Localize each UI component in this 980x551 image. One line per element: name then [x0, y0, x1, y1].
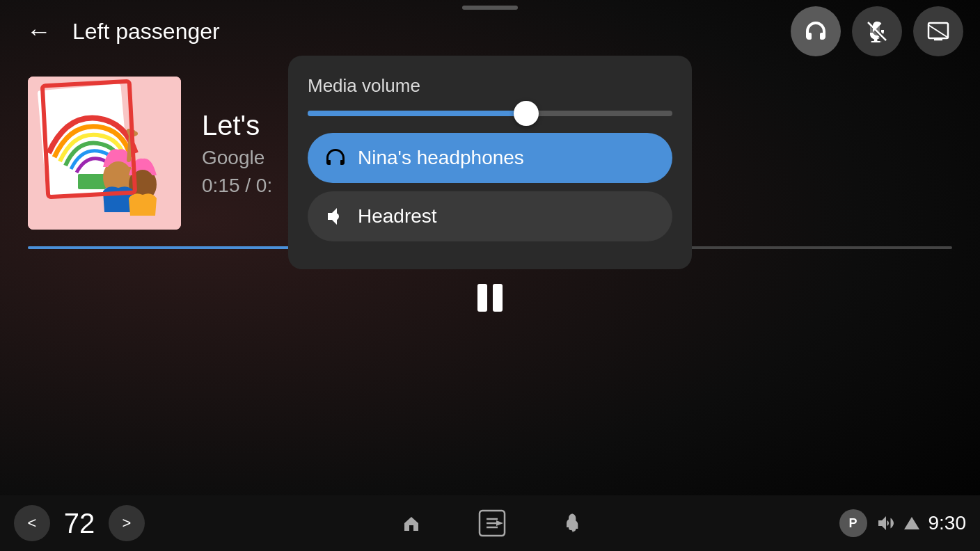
volume-slider-fill	[308, 111, 526, 116]
volume-icon	[876, 513, 895, 533]
volume-slider-track	[308, 111, 672, 116]
svg-rect-6	[78, 174, 106, 189]
bottom-bar: < 72 > P 9:30	[0, 495, 980, 551]
volume-display: 72	[58, 508, 100, 539]
screen-off-button[interactable]	[913, 6, 963, 56]
volume-popup-title: Media volume	[308, 75, 672, 97]
time-display: 9:30	[928, 512, 967, 534]
volume-popup: Media volume Nina's headphones Headrest	[288, 56, 692, 269]
menu-icon	[477, 508, 507, 538]
mic-off-icon	[864, 19, 890, 44]
svg-line-3	[928, 25, 948, 38]
bell-icon	[561, 511, 585, 535]
mic-off-button[interactable]	[852, 6, 902, 56]
profile-badge[interactable]: P	[839, 509, 867, 537]
chevron-right-icon: >	[122, 514, 132, 532]
status-area: P 9:30	[839, 509, 967, 537]
chevron-left-icon: <	[28, 514, 37, 532]
audio-option-headrest[interactable]: Headrest	[308, 191, 672, 241]
home-button[interactable]	[392, 504, 431, 543]
volume-slider-container[interactable]	[308, 111, 672, 116]
headphones-option-icon	[324, 147, 347, 169]
volume-slider-thumb[interactable]	[514, 101, 539, 126]
speaker-option-icon	[324, 205, 347, 227]
page-title: Left passenger	[72, 19, 220, 45]
back-button[interactable]: ←	[17, 9, 61, 54]
pause-icon	[469, 277, 511, 319]
top-icon-group	[791, 6, 963, 56]
pause-button[interactable]	[469, 277, 511, 327]
svg-marker-15	[496, 520, 503, 526]
audio-option-ninas-headphones[interactable]: Nina's headphones	[308, 133, 672, 183]
svg-point-8	[106, 161, 131, 186]
svg-rect-13	[493, 284, 503, 312]
menu-button[interactable]	[473, 504, 512, 543]
volume-up-button[interactable]: >	[109, 505, 145, 541]
headrest-label: Headrest	[358, 205, 437, 227]
ninas-headphones-label: Nina's headphones	[358, 147, 524, 169]
back-icon: ←	[26, 17, 52, 46]
svg-rect-12	[477, 284, 487, 312]
bottom-navigation	[145, 504, 839, 543]
handle-bar	[462, 6, 518, 10]
headphones-icon	[803, 19, 828, 44]
headphones-button[interactable]	[791, 6, 841, 56]
album-art	[28, 77, 181, 230]
notifications-button[interactable]	[553, 504, 592, 543]
home-icon	[400, 511, 423, 535]
screen-off-icon	[926, 19, 951, 44]
signal-icon	[903, 515, 920, 532]
volume-down-button[interactable]: <	[14, 505, 50, 541]
playback-controls	[0, 277, 980, 327]
